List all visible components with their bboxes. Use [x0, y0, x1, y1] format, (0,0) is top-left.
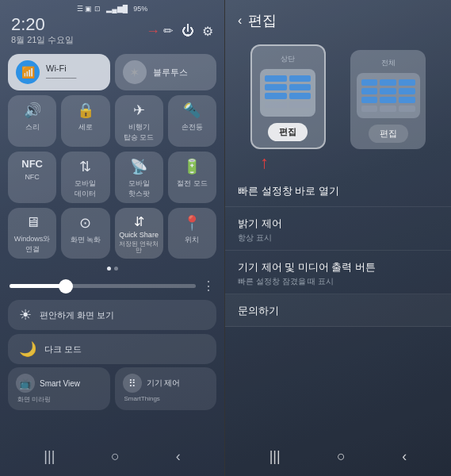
dot-2 [114, 267, 118, 271]
wifi-icon: 📶 [16, 60, 40, 84]
wifi-labels: Wi-Fi ────── [46, 63, 76, 82]
windows-link-label: Windows와 연결 [14, 234, 51, 255]
quick-open-item[interactable]: 빠른 설정창 바로 열기 [225, 175, 451, 207]
nfc-icon: NFC [21, 158, 43, 170]
layout-preview-row: 상단 편집 전체 [225, 38, 451, 149]
location-icon: 📍 [183, 214, 201, 232]
bluetooth-tile[interactable]: ✶ 블루투스 [115, 54, 217, 90]
screen-record-icon: ⊙ [79, 214, 91, 232]
airplane-icon: ✈ [133, 102, 145, 119]
location-tile[interactable]: 📍 위치 [168, 208, 216, 259]
power-save-tile[interactable]: 🔋 절전 모드 [168, 152, 216, 203]
portrait-label: 세로 [78, 122, 93, 132]
recents-button[interactable]: ||| [34, 445, 64, 468]
right-home-button[interactable]: ○ [329, 445, 354, 468]
mobile-data-icon: ⇅ [79, 158, 91, 175]
flashlight-icon: 🔦 [183, 102, 201, 119]
portrait-icon: 🔒 [77, 102, 94, 119]
page-indicator [0, 267, 224, 271]
red-up-arrow-icon: ↑ [260, 152, 269, 173]
dark-mode-icon: 🌙 [19, 340, 36, 358]
status-icons: ☰ ▣ ⊡ ▂▄▆█ 95% [77, 5, 147, 13]
bluetooth-label: 블루투스 [153, 67, 188, 79]
quick-open-title: 빠른 설정창 바로 열기 [238, 184, 438, 198]
dark-mode-toggle[interactable]: 🌙 다크 모드 [8, 334, 216, 364]
row3-tiles: 🖥 Windows와 연결 ⊙ 화면 녹화 ⇵ Quick Share 저장된 … [8, 208, 216, 259]
brightness-control-sub: 항상 표시 [238, 232, 438, 244]
device-media-title: 기기 제어 및 미디어 출력 버튼 [238, 260, 438, 274]
power-save-icon: 🔋 [183, 158, 201, 175]
mobile-data-label: 모바일 데이터 [75, 178, 96, 199]
layout-full-card[interactable]: 전체 편집 [350, 50, 426, 149]
device-control-icon: ⠿ [123, 374, 142, 393]
flashlight-tile[interactable]: 🔦 손전등 [168, 95, 216, 147]
layout-top-card[interactable]: 상단 편집 [250, 44, 326, 149]
device-control-tile[interactable]: ⠿ 기기 제어 SmartThings [115, 367, 217, 410]
row2-tiles: NFC NFC ⇅ 모바일 데이터 📡 모바일 핫스팟 🔋 절전 모드 [8, 152, 216, 203]
quick-share-label: Quick Share [119, 231, 159, 240]
smart-view-row: 📺 Smart View [16, 374, 80, 393]
date-display: 8월 21일 수요일 [11, 34, 74, 46]
sound-icon: 🔊 [24, 102, 41, 119]
home-button[interactable]: ○ [101, 445, 129, 468]
top-row-tiles: 📶 Wi-Fi ────── ✶ 블루투스 [8, 54, 216, 90]
wifi-tile[interactable]: 📶 Wi-Fi ────── [8, 54, 110, 90]
arrow-edit-group: → ✏ [146, 23, 174, 40]
hotspot-label: 모바일 핫스팟 [128, 178, 150, 199]
right-recents-button[interactable]: ||| [262, 445, 289, 468]
wifi-sublabel: ────── [46, 74, 76, 82]
settings-button[interactable]: ⚙ [202, 24, 213, 39]
sound-label: 스리 [25, 122, 40, 132]
smart-view-tile[interactable]: 📺 Smart View 화면 미라링 [8, 367, 110, 410]
brightness-menu-button[interactable]: ⋮ [202, 278, 215, 294]
windows-link-icon: 🖥 [25, 214, 40, 231]
smart-view-icon: 📺 [16, 374, 35, 393]
layout-full-edit-btn[interactable]: 편집 [369, 125, 408, 143]
row1-tiles: 🔊 스리 🔒 세로 ✈ 비행기 탑승 모드 🔦 손전등 [8, 95, 216, 147]
eye-comfort-toggle[interactable]: ☀ 편안하게 화면 보기 [8, 300, 216, 330]
nfc-tile[interactable]: NFC NFC [8, 152, 56, 203]
right-back-button[interactable]: ‹ [394, 445, 415, 468]
brightness-slider[interactable] [10, 284, 196, 288]
eye-comfort-icon: ☀ [19, 306, 32, 324]
mobile-data-tile[interactable]: ⇅ 모바일 데이터 [61, 152, 109, 203]
back-button[interactable]: ‹ [166, 445, 190, 468]
windows-link-tile[interactable]: 🖥 Windows와 연결 [8, 208, 56, 259]
quick-share-icon: ⇵ [134, 214, 144, 229]
red-arrow-icon: → [146, 23, 160, 40]
edit-back-button[interactable]: ‹ [238, 13, 242, 28]
bluetooth-labels: 블루투스 [153, 67, 188, 79]
device-media-item[interactable]: 기기 제어 및 미디어 출력 버튼 빠른 설정창 잠겼을 때 표시 [225, 251, 451, 294]
location-label: 위치 [185, 235, 199, 245]
hotspot-tile[interactable]: 📡 모바일 핫스팟 [115, 152, 163, 203]
flashlight-label: 손전등 [182, 122, 203, 132]
hotspot-icon: 📡 [130, 158, 147, 175]
portrait-tile[interactable]: 🔒 세로 [61, 95, 109, 147]
edit-pencil-icon[interactable]: ✏ [163, 24, 174, 38]
sound-tile[interactable]: 🔊 스리 [8, 95, 56, 147]
brightness-fill [10, 284, 66, 288]
right-edit-panel: ‹ 편집 상단 편집 전체 [225, 0, 451, 476]
airplane-tile[interactable]: ✈ 비행기 탑승 모드 [115, 95, 163, 147]
contact-us-item[interactable]: 문의하기 [225, 294, 451, 327]
left-quick-settings-panel: ☰ ▣ ⊡ ▂▄▆█ 95% 2:20 8월 21일 수요일 → ✏ ⏻ ⚙ 📶… [0, 0, 225, 476]
device-control-label: 기기 제어 [147, 378, 181, 389]
quick-share-tile[interactable]: ⇵ Quick Share 저장된 연락처만 [115, 208, 163, 259]
status-bar: ☰ ▣ ⊡ ▂▄▆█ 95% [0, 0, 224, 14]
device-control-row: ⠿ 기기 제어 [123, 374, 181, 393]
brightness-thumb[interactable] [59, 279, 73, 294]
brightness-control-title: 밝기 제어 [238, 217, 438, 231]
screen-record-tile[interactable]: ⊙ 화면 녹화 [61, 208, 109, 259]
layout-full-label: 전체 [381, 58, 396, 68]
power-button[interactable]: ⏻ [182, 24, 194, 38]
nfc-label: NFC [25, 173, 40, 181]
brightness-row: ⋮ [0, 274, 224, 297]
layout-top-edit-btn[interactable]: 편집 [268, 123, 308, 141]
device-media-sub: 빠른 설정창 잠겼을 때 표시 [238, 276, 438, 287]
layout-top-label: 상단 [281, 54, 295, 64]
header-icons: → ✏ ⏻ ⚙ [146, 23, 213, 40]
dot-1 [107, 267, 111, 271]
eye-comfort-label: 편안하게 화면 보기 [40, 309, 114, 321]
power-save-label: 절전 모드 [177, 178, 208, 189]
brightness-control-item[interactable]: 밝기 제어 항상 표시 [225, 207, 451, 251]
